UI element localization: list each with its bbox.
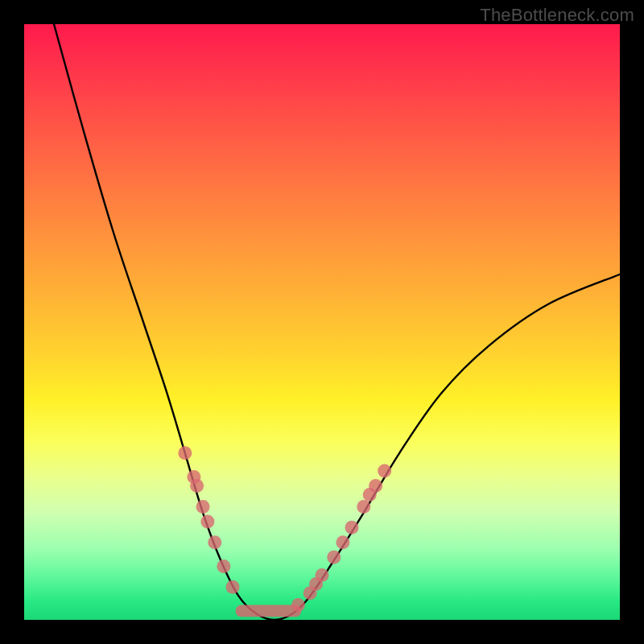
- data-point: [316, 568, 329, 582]
- data-point: [178, 446, 192, 460]
- data-point: [196, 500, 210, 514]
- bottom-band: [236, 605, 301, 617]
- data-point: [200, 514, 214, 528]
- scatter-right: [291, 464, 391, 613]
- data-point: [327, 551, 341, 564]
- data-point: [208, 535, 221, 549]
- data-point: [378, 464, 391, 478]
- data-point: [226, 580, 240, 594]
- data-point: [369, 479, 382, 493]
- data-point: [336, 535, 349, 549]
- watermark-text: TheBottleneck.com: [480, 5, 634, 26]
- chart-frame: TheBottleneck.com: [0, 0, 644, 644]
- data-point: [190, 479, 204, 493]
- chart-svg: [24, 24, 620, 620]
- data-point: [357, 500, 370, 514]
- plot-area: [24, 24, 620, 620]
- data-point: [217, 559, 230, 573]
- bottleneck-curve: [54, 24, 620, 620]
- data-point: [345, 521, 359, 535]
- scatter-left: [178, 446, 239, 594]
